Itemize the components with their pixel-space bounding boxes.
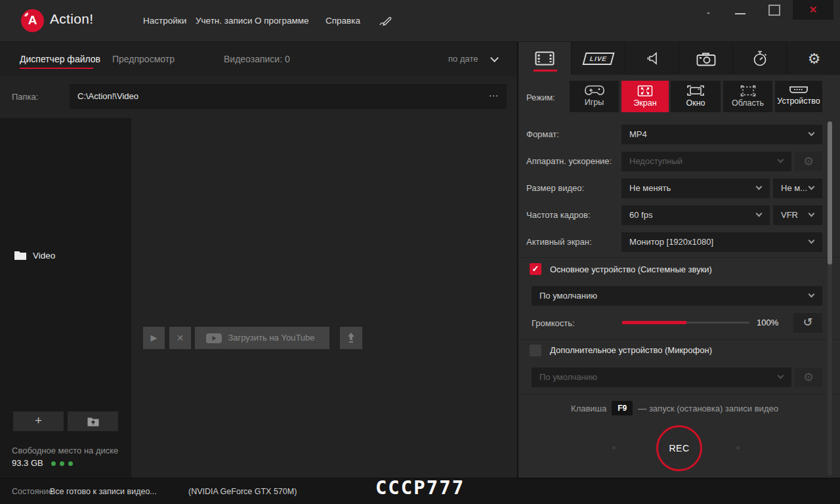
hdmi-device-icon [788, 84, 810, 96]
import-folder-button[interactable] [68, 411, 118, 431]
mode-region-label: Область [723, 98, 772, 108]
disk-status-dot-icon [60, 461, 64, 466]
folder-path-input[interactable]: C:\Action!\Video ... [70, 84, 507, 109]
add-folder-button[interactable]: + [13, 411, 64, 431]
settings-panel: LIVE [518, 42, 840, 478]
mode-screen-button[interactable]: Экран [621, 81, 669, 112]
secondary-audio-checkbox[interactable] [530, 345, 541, 356]
secondary-audio-device-value: По умолчанию [539, 372, 597, 382]
tab-screenshots[interactable] [680, 42, 733, 75]
tab-video-recording[interactable] [518, 42, 572, 75]
tab-benchmark-timer[interactable] [734, 42, 787, 75]
format-value: MP4 [629, 129, 647, 139]
live-icon: LIVE [582, 52, 614, 65]
delete-button[interactable]: ✕ [169, 327, 191, 349]
file-list-area[interactable] [131, 118, 517, 478]
mode-device-label: Устройство [775, 96, 822, 106]
volume-value: 100% [757, 318, 778, 327]
hotkey-key-badge: F9 [612, 401, 633, 415]
framerate-mode-dropdown[interactable]: VFR [773, 205, 822, 225]
title-bar: A Action! Настройки Учетн. записи О прог… [0, 0, 840, 42]
record-button[interactable]: REC [656, 425, 702, 471]
primary-audio-device-dropdown[interactable]: По умолчанию [532, 286, 822, 306]
chevron-down-icon [756, 184, 763, 190]
chevron-down-icon [808, 238, 815, 244]
chevron-down-icon[interactable] [490, 54, 499, 62]
mode-device-button[interactable]: Устройство [775, 81, 822, 112]
tab-recordings-count: Видеозаписи: 0 [224, 54, 290, 64]
chevron-down-icon [778, 373, 784, 379]
minimize-button[interactable] [735, 8, 746, 14]
separator [518, 339, 840, 340]
export-button[interactable] [340, 327, 362, 349]
chevron-down-icon [756, 211, 763, 217]
tab-file-manager[interactable]: Диспетчер файлов [20, 54, 100, 64]
pen-theme-icon[interactable] [378, 14, 395, 28]
chevron-down-icon [808, 130, 815, 136]
reset-icon: ↺ [803, 315, 812, 329]
chevron-down-icon [808, 211, 815, 217]
tab-live-streaming[interactable]: LIVE [572, 42, 625, 75]
primary-audio-label: Основное устройство (Системные звуки) [550, 264, 712, 274]
upload-youtube-button[interactable]: Загрузить на YouTube [195, 327, 329, 349]
mode-region-button[interactable]: Область [723, 81, 772, 112]
maximize-button[interactable] [768, 5, 780, 16]
volume-slider-fill [622, 321, 686, 324]
file-manager-tabbar: Диспетчер файлов Предпросмотр Видеозапис… [0, 42, 517, 76]
gear-icon: ⚙ [808, 51, 821, 67]
free-space-label: Свободное место на диске [12, 446, 118, 455]
chevron-down-icon [808, 291, 815, 298]
volume-reset-button[interactable]: ↺ [793, 313, 822, 333]
tab-audio-recording[interactable] [626, 42, 679, 75]
framerate-label: Частота кадров: [526, 210, 591, 220]
settings-scrollbar-thumb[interactable] [828, 121, 832, 264]
close-x-icon: ✕ [177, 333, 184, 343]
video-size-secondary-dropdown[interactable]: Не м... [773, 178, 822, 198]
hw-accel-label: Аппаратн. ускорение: [526, 156, 612, 166]
mode-screen-label: Экран [621, 98, 669, 108]
youtube-icon [206, 333, 222, 343]
menu-settings[interactable]: Настройки [143, 16, 186, 26]
play-button[interactable]: ▶ [143, 327, 165, 349]
hotkey-suffix: — запуск (остановка) записи видео [638, 404, 778, 413]
action-logo-icon: A [21, 9, 44, 32]
mode-window-button[interactable]: Окно [671, 81, 721, 112]
logo-letter: A [21, 13, 44, 28]
app-title: Action! [50, 11, 93, 27]
secondary-audio-device-dropdown: По умолчанию [532, 368, 791, 387]
menu-accounts[interactable]: Учетн. записи [196, 16, 253, 26]
framerate-value: 60 fps [629, 210, 652, 220]
menu-help[interactable]: Справка [326, 16, 360, 26]
separator [518, 257, 840, 258]
record-button-label: REC [658, 443, 700, 453]
close-button[interactable]: ✕ [793, 0, 833, 20]
tab-preview[interactable]: Предпросмотр [112, 54, 175, 64]
sort-by-dropdown[interactable]: по дате [448, 54, 478, 64]
menu-about[interactable]: О программе [255, 16, 309, 26]
sidebar-item-video[interactable]: Video [0, 247, 131, 266]
active-capture-tab-underline [534, 70, 557, 72]
decorative-dot-icon [612, 446, 616, 450]
tab-settings[interactable]: ⚙ [788, 42, 840, 75]
upload-arrow-icon [345, 332, 357, 344]
hw-accel-dropdown: Недоступный [621, 152, 791, 171]
folder-row: Папка: C:\Action!\Video ... [0, 76, 517, 118]
folders-sidebar: Video + Свободное место на диске 93.3 GB [0, 118, 131, 478]
framerate-dropdown[interactable]: 60 fps [621, 205, 770, 225]
chevron-down-icon [778, 157, 784, 163]
secondary-audio-label: Дополнительное устройство (Микрофон) [550, 345, 712, 355]
watermark: CCCP777 [0, 476, 840, 499]
gear-icon: ⚙ [803, 154, 814, 168]
mode-window-label: Окно [671, 98, 721, 108]
hotkey-hint: КлавишаF9— запуск (остановка) записи вид… [518, 402, 831, 416]
active-screen-dropdown[interactable]: Монитор [1920x1080] [621, 232, 822, 252]
primary-audio-checkbox[interactable]: ✓ [530, 263, 541, 275]
format-dropdown[interactable]: MP4 [621, 125, 822, 144]
video-size-dropdown[interactable]: Не менять [621, 178, 770, 198]
browse-button[interactable]: ... [489, 88, 499, 98]
folder-label: Папка: [12, 92, 38, 102]
mode-games-button[interactable]: Игры [570, 81, 619, 112]
video-size-secondary-value: Не м... [781, 183, 807, 193]
screen-expand-icon [636, 84, 654, 98]
gear-icon: ⚙ [803, 370, 814, 384]
